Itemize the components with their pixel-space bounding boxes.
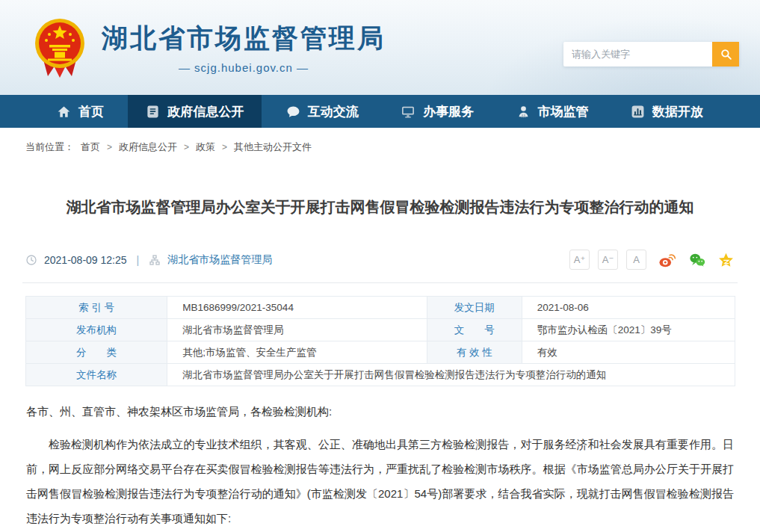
bar-chart-icon [631, 105, 645, 119]
nav-item-data[interactable]: 数据开放 [613, 95, 721, 128]
table-row: 发布机构 湖北省市场监督管理局 文 号 鄂市监办认检函〔2021〕39号 [25, 319, 735, 341]
monitor-icon [401, 105, 415, 119]
meta-separator: | [137, 254, 140, 266]
site-url: — scjg.hubei.gov.cn — [102, 61, 386, 74]
field-value-issue-date: 2021-08-06 [522, 297, 735, 319]
nav-item-label: 市场监管 [538, 103, 589, 120]
field-value-index-number: MB1686999/2021-35044 [167, 297, 427, 319]
nav-item-label: 首页 [78, 103, 104, 120]
site-title: 湖北省市场监督管理局 [102, 21, 386, 56]
breadcrumb-separator: > [222, 142, 227, 152]
table-row: 索 引 号 MB1686999/2021-35044 发文日期 2021-08-… [25, 297, 735, 319]
breadcrumb-current[interactable]: 其他主动公开文件 [234, 140, 312, 154]
font-increase-button[interactable]: A⁺ [569, 250, 590, 270]
body-paragraph: 检验检测机构作为依法成立的专业技术组织，其客观、公正、准确地出具第三方检验检测报… [26, 432, 734, 531]
font-decrease-button[interactable]: A⁻ [598, 250, 618, 270]
field-value-doc-number: 鄂市监办认检函〔2021〕39号 [522, 319, 735, 341]
share-qzone-button[interactable] [717, 252, 735, 268]
breadcrumb: 当前位置： 首页 > 政府信息公开 > 政策 > 其他主动公开文件 [0, 128, 760, 163]
table-row: 分 类 其他;市场监管、安全生产监管 有 效 性 有效 [25, 341, 735, 364]
document-info-table: 索 引 号 MB1686999/2021-35044 发文日期 2021-08-… [25, 296, 735, 386]
table-row: 文件名称 湖北省市场监督管理局办公室关于开展打击网售假冒检验检测报告违法行为专项… [25, 364, 735, 386]
nav-item-label: 政府信息公开 [167, 103, 244, 120]
search-box [563, 42, 739, 66]
site-logo[interactable]: 湖北省市场监督管理局 — scjg.hubei.gov.cn — [33, 16, 386, 79]
wechat-icon [688, 252, 706, 268]
field-label-category: 分 类 [25, 341, 167, 364]
field-value-doc-title: 湖北省市场监督管理局办公室关于开展打击网售假冒检验检测报告违法行为专项整治行动的… [167, 364, 735, 386]
breadcrumb-separator: > [184, 142, 189, 152]
breadcrumb-separator: > [107, 142, 112, 152]
nav-item-market[interactable]: 市场监管 [498, 95, 607, 128]
field-label-doc-number: 文 号 [427, 319, 522, 341]
person-badge-icon [516, 105, 531, 119]
field-label-issue-date: 发文日期 [427, 297, 522, 319]
nav-item-home[interactable]: 首页 [39, 95, 122, 128]
publish-source[interactable]: 湖北省市场监督管理局 [167, 253, 272, 267]
field-label-validity: 有 效 性 [427, 341, 522, 364]
field-label-index-number: 索 引 号 [25, 297, 167, 319]
share-wechat-button[interactable] [688, 252, 706, 268]
field-value-issuing-agency: 湖北省市场监督管理局 [167, 319, 427, 341]
publish-date: 2021-08-09 12:25 [44, 254, 127, 266]
nav-item-gov-info[interactable]: 政府信息公开 [128, 95, 262, 128]
weibo-icon [658, 252, 677, 268]
chat-bubble-icon [286, 105, 300, 119]
main-nav: 首页 政府信息公开 互动交流 办事服务 市场监管 数据开放 [0, 95, 760, 128]
national-emblem-icon [33, 16, 87, 79]
nav-item-label: 办事服务 [423, 103, 474, 120]
nav-item-label: 互动交流 [308, 103, 359, 120]
qzone-star-icon [717, 252, 735, 268]
article-body: 各市、州、直管市、神农架林区市场监管局，各检验检测机构: 检验检测机构作为依法成… [26, 402, 734, 531]
breadcrumb-policy[interactable]: 政策 [196, 140, 215, 154]
field-value-validity: 有效 [522, 341, 735, 364]
breadcrumb-home[interactable]: 首页 [81, 140, 100, 154]
nav-item-interaction[interactable]: 互动交流 [268, 95, 377, 128]
article-title: 湖北省市场监督管理局办公室关于开展打击网售假冒检验检测报告违法行为专项整治行动的… [43, 196, 717, 218]
article-meta-row: 2021-08-09 12:25 | 湖北省市场监督管理局 A⁺ A⁻ A [22, 250, 738, 283]
clock-icon [25, 254, 37, 266]
nav-item-services[interactable]: 办事服务 [383, 95, 492, 128]
home-icon [57, 105, 71, 119]
font-reset-button[interactable]: A [626, 250, 646, 270]
field-label-issuing-agency: 发布机构 [25, 319, 167, 341]
breadcrumb-label: 当前位置： [25, 140, 74, 154]
document-icon [146, 105, 160, 119]
site-header: 湖北省市场监督管理局 — scjg.hubei.gov.cn — [0, 0, 760, 95]
search-icon [720, 48, 732, 61]
field-value-category: 其他;市场监管、安全生产监管 [167, 341, 427, 364]
search-button[interactable] [712, 42, 739, 66]
breadcrumb-gov-info[interactable]: 政府信息公开 [119, 140, 177, 154]
salutation: 各市、州、直管市、神农架林区市场监管局，各检验检测机构: [26, 402, 734, 421]
share-weibo-button[interactable] [658, 252, 677, 268]
search-input[interactable] [563, 42, 712, 66]
field-label-doc-title: 文件名称 [25, 364, 167, 386]
org-sitemap-icon [149, 254, 161, 266]
nav-item-label: 数据开放 [652, 103, 703, 120]
